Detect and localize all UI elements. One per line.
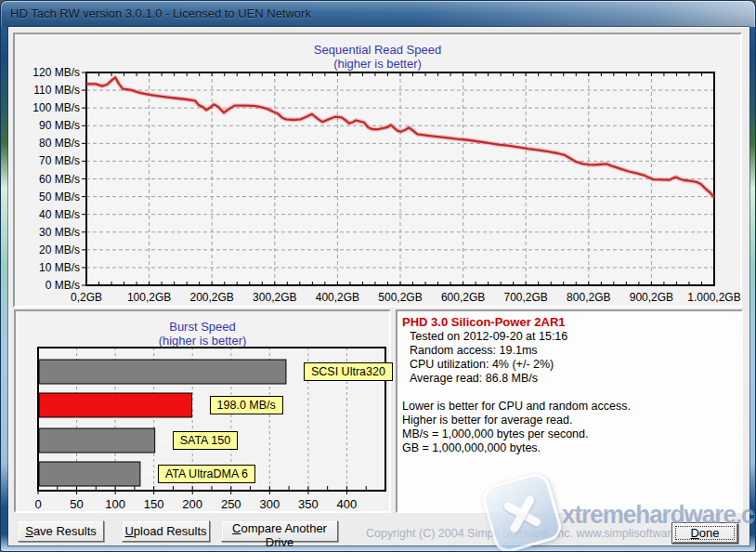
info-spacer bbox=[398, 386, 741, 400]
title-bar[interactable]: HD Tach RW version 3.0.1.0 - Licensed to… bbox=[1, 1, 755, 27]
upload-results-button[interactable]: Upload Results bbox=[122, 520, 210, 542]
burst-bar-label: SCSI Ultra320 bbox=[304, 362, 393, 381]
drive-info-line: Tested on 2012-09-20 at 15:16 bbox=[398, 330, 741, 344]
sequential-read-panel: Sequential Read Speed (higher is better)… bbox=[13, 33, 742, 308]
drive-info-line: Random access: 19.1ms bbox=[398, 344, 741, 358]
window-title: HD Tach RW version 3.0.1.0 - Licensed to… bbox=[10, 7, 311, 20]
seq-y-tick-label: 80 MB/s bbox=[15, 137, 80, 150]
drive-info-line: CPU utilization: 4% (+/- 2%) bbox=[398, 358, 741, 372]
seq-y-tick-label: 10 MB/s bbox=[15, 261, 80, 274]
burst-bar-label: SATA 150 bbox=[173, 431, 238, 450]
done-button[interactable]: Done bbox=[671, 522, 738, 544]
seq-y-tick-label: 60 MB/s bbox=[15, 173, 80, 186]
seq-y-tick-label: 70 MB/s bbox=[15, 154, 80, 167]
seq-chart-title: Sequential Read Speed bbox=[15, 43, 740, 57]
burst-bar-label: ATA UltraDMA 6 bbox=[158, 465, 255, 483]
drive-info-panel: PHD 3.0 Silicon-Power 2AR1 Tested on 201… bbox=[396, 309, 743, 513]
seq-y-tick-label: 0 MB/s bbox=[15, 279, 80, 292]
seq-x-tick-label: 1.000,2GB bbox=[675, 291, 753, 304]
drive-name: PHD 3.0 Silicon-Power 2AR1 bbox=[398, 311, 741, 330]
seq-y-tick-label: 40 MB/s bbox=[15, 208, 80, 221]
burst-speed-panel: Burst Speed (higher is better) SCSI Ultr… bbox=[14, 309, 391, 513]
burst-chart-title: Burst Speed bbox=[16, 320, 389, 334]
save-results-button[interactable]: Save Results bbox=[18, 520, 104, 542]
info-note-line: GB = 1,000,000,000 bytes. bbox=[398, 441, 741, 455]
info-note-line: MB/s = 1,000,000 bytes per second. bbox=[398, 427, 741, 441]
seq-y-tick-label: 50 MB/s bbox=[15, 191, 80, 204]
done-button-label: Done bbox=[690, 526, 719, 540]
client-area: Sequential Read Speed (higher is better)… bbox=[8, 27, 749, 545]
app-window: HD Tach RW version 3.0.1.0 - Licensed to… bbox=[0, 0, 756, 552]
burst-bar-label: 198.0 MB/s bbox=[210, 396, 283, 414]
info-note-line: Higher is better for average read. bbox=[398, 414, 741, 427]
seq-y-tick-label: 30 MB/s bbox=[15, 226, 80, 239]
sequential-read-plot bbox=[86, 72, 714, 285]
drive-info-details: Tested on 2012-09-20 at 15:16Random acce… bbox=[398, 330, 741, 386]
drive-info-notes: Lower is better for CPU and random acces… bbox=[398, 400, 741, 455]
drive-info-line: Average read: 86.8 MB/s bbox=[398, 372, 741, 386]
seq-y-tick-label: 100 MB/s bbox=[15, 101, 80, 114]
copyright-text: Copyright (C) 2004 Simpli Software, Inc.… bbox=[366, 527, 703, 540]
seq-y-tick-label: 90 MB/s bbox=[15, 119, 80, 132]
burst-chart-subtitle: (higher is better) bbox=[16, 334, 389, 348]
compare-another-drive-button[interactable]: Compare Another Drive bbox=[221, 520, 338, 542]
seq-y-tick-label: 20 MB/s bbox=[15, 243, 80, 256]
info-note-line: Lower is better for CPU and random acces… bbox=[398, 400, 741, 414]
seq-y-tick-label: 120 MB/s bbox=[15, 66, 80, 79]
seq-chart-subtitle: (higher is better) bbox=[15, 57, 740, 71]
burst-x-tick-label: 400 bbox=[323, 497, 370, 511]
seq-y-tick-label: 110 MB/s bbox=[15, 84, 80, 97]
